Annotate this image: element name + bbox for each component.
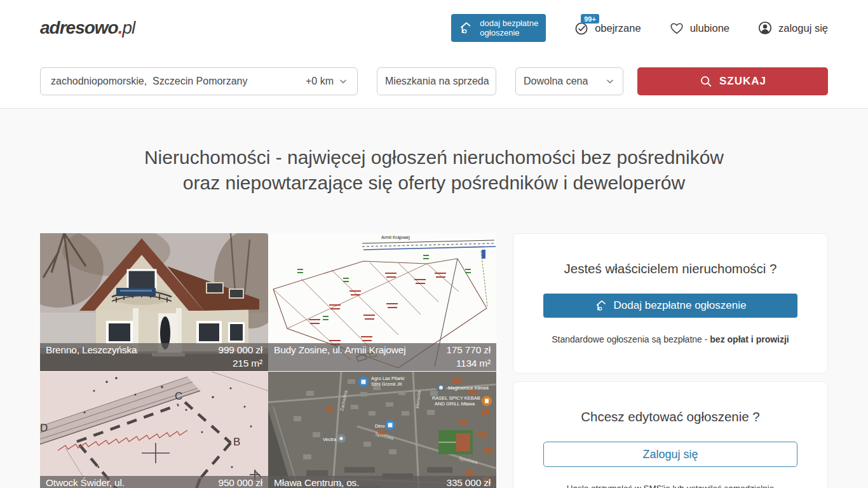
listing-card[interactable]: Armii Krajowej: [268, 233, 496, 371]
listing-photo-survey-sketch: C B D: [40, 372, 268, 488]
radius-select[interactable]: +0 km: [306, 76, 348, 87]
listing-price: 950 000 zł: [178, 477, 262, 488]
svg-text:Armii Krajowej: Armii Krajowej: [381, 235, 410, 240]
edit-panel-note: Hasło otrzymałeś w SMS'ie lub ustawiłeś …: [543, 484, 797, 488]
owner-panel-note: Standardowe ogłoszenia są bezpłatne - be…: [543, 334, 797, 344]
listing-card[interactable]: Agro Las Pilarki Stihl Grzmil JK Maglown…: [268, 372, 496, 488]
listing-area: 215 m²: [178, 357, 262, 370]
listing-card[interactable]: C B D Otwo: [40, 372, 268, 488]
logo-name: adresowo: [40, 18, 118, 37]
svg-text:Dino: Dino: [375, 423, 384, 429]
edit-panel-title: Chcesz edytować ogłoszenie ?: [543, 409, 797, 424]
svg-text:AND GRILL Mława: AND GRILL Mława: [435, 401, 475, 407]
listing-caption: Brenno, Leszczyńska 999 000 zł 215 m²: [40, 343, 268, 371]
logo-tld: pl: [122, 18, 135, 37]
svg-text:Maglownice Klimek: Maglownice Klimek: [448, 385, 489, 391]
listing-grid: Brenno, Leszczyńska 999 000 zł 215 m² Ar…: [40, 233, 496, 488]
heart-icon: [669, 20, 684, 36]
svg-text:C: C: [175, 390, 182, 402]
magnifier-icon: [699, 74, 713, 88]
sidebar: Jesteś właścicielem nieruchomości ? Doda…: [513, 233, 828, 488]
person-circle-icon: [757, 20, 773, 36]
listing-price: 175 770 zł: [406, 344, 491, 357]
listing-price: 999 000 zł: [178, 344, 262, 357]
listing-area: 1134 m²: [406, 357, 491, 370]
svg-text:Vectra: Vectra: [323, 437, 337, 442]
listing-caption: Budy Zosine, ul. Armii Krajowej 175 770 …: [268, 343, 496, 371]
search-button-label: SZUKAJ: [719, 75, 766, 88]
search-button[interactable]: SZUKAJ: [637, 67, 828, 95]
chevron-down-icon: [338, 76, 348, 86]
viewed-label: obejrzane: [595, 22, 641, 34]
add-free-listing-label: Dodaj bezpłatne ogłoszenie: [614, 299, 747, 312]
search-bar: +0 km Mieszkania na sprzeda Dowolna cena: [0, 67, 868, 95]
top-bar: adresowo.pl dodaj bezpłatneogłoszenie: [0, 0, 868, 56]
listing-caption: Otwock Świder, ul. 950 000 zł: [40, 476, 268, 488]
listing-photo-satellite-map: Agro Las Pilarki Stihl Grzmil JK Maglown…: [268, 372, 496, 488]
site-logo[interactable]: adresowo.pl: [40, 18, 135, 38]
price-value: Dowolna cena: [524, 76, 588, 87]
svg-text:D: D: [40, 422, 48, 434]
nav-item-login[interactable]: zaloguj się: [757, 20, 828, 36]
page-header: adresowo.pl dodaj bezpłatneogłoszenie: [0, 0, 868, 109]
top-nav: dodaj bezpłatneogłoszenie 99+ obejrzane: [451, 14, 828, 42]
listing-card[interactable]: Brenno, Leszczyńska 999 000 zł 215 m²: [40, 233, 268, 371]
category-value: Mieszkania na sprzeda: [385, 76, 489, 87]
house-plus-icon: [595, 299, 609, 313]
check-circle-icon: 99+: [574, 20, 589, 36]
svg-text:Stihl Grzmil JK: Stihl Grzmil JK: [371, 381, 402, 387]
nav-item-favorites[interactable]: ulubione: [669, 20, 729, 36]
house-plus-icon: [459, 20, 474, 36]
svg-text:B: B: [233, 436, 240, 448]
add-listing-label: dodaj bezpłatneogłoszenie: [480, 18, 538, 37]
favorites-label: ulubione: [690, 22, 729, 34]
owner-panel-title: Jesteś właścicielem nieruchomości ?: [543, 261, 797, 276]
page-title: Nieruchomości - najwięcej ogłoszeń nieru…: [40, 109, 828, 196]
listing-location: Otwock Świder, ul.: [46, 477, 178, 488]
login-button[interactable]: Zaloguj się: [543, 442, 797, 467]
location-input[interactable]: [50, 75, 306, 88]
svg-text:RASEL SPICY KEBAB: RASEL SPICY KEBAB: [432, 395, 480, 401]
location-field: +0 km: [40, 67, 358, 95]
add-listing-button[interactable]: dodaj bezpłatneogłoszenie: [451, 14, 546, 42]
add-free-listing-button[interactable]: Dodaj bezpłatne ogłoszenie: [543, 294, 797, 318]
listing-price: 335 000 zł: [406, 477, 491, 488]
category-select[interactable]: Mieszkania na sprzeda: [377, 67, 496, 95]
listing-location: Brenno, Leszczyńska: [46, 344, 178, 370]
price-select[interactable]: Dowolna cena: [515, 67, 623, 95]
listing-location: Mława Centrum, os.: [274, 477, 406, 488]
viewed-count-badge: 99+: [581, 14, 599, 24]
chevron-down-icon: [605, 76, 615, 86]
owner-panel: Jesteś właścicielem nieruchomości ? Doda…: [513, 233, 828, 374]
svg-text:Agro Las Pilarki: Agro Las Pilarki: [371, 376, 405, 381]
nav-item-viewed[interactable]: 99+ obejrzane: [574, 20, 641, 36]
login-label: zaloguj się: [778, 22, 828, 34]
listing-location: Budy Zosine, ul. Armii Krajowej: [274, 344, 406, 370]
radius-value: +0 km: [306, 76, 334, 87]
edit-panel: Chcesz edytować ogłoszenie ? Zaloguj się…: [513, 381, 828, 488]
listing-caption: Mława Centrum, os. 335 000 zł: [268, 476, 496, 488]
main-content: Nieruchomości - najwięcej ogłoszeń nieru…: [0, 109, 868, 488]
